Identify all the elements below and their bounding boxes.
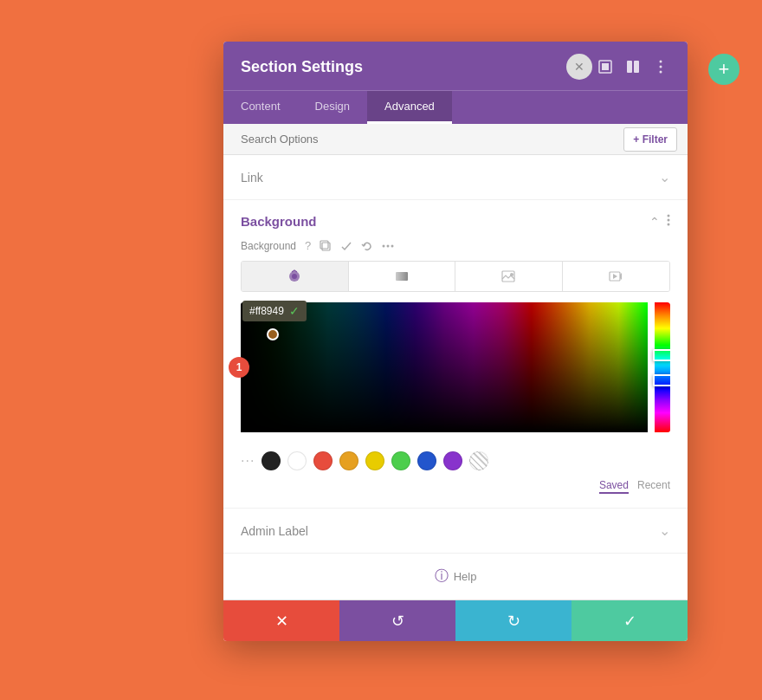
hue-thumb-lower[interactable] <box>653 374 670 386</box>
save-icon: ✓ <box>623 612 636 631</box>
undo-icon: ↺ <box>391 612 404 631</box>
collapse-icon[interactable]: ⌃ <box>649 215 660 229</box>
close-button[interactable]: ✕ <box>566 54 592 80</box>
swatch-purple[interactable] <box>443 451 462 470</box>
admin-label-text: Admin Label <box>241 524 308 538</box>
save-button[interactable]: ✓ <box>572 600 688 641</box>
svg-point-6 <box>660 71 662 74</box>
search-input[interactable] <box>234 124 623 154</box>
bg-type-image[interactable] <box>455 262 563 291</box>
admin-label-chevron-icon: ⌄ <box>659 522 670 539</box>
svg-rect-1 <box>602 63 609 70</box>
svg-point-5 <box>660 66 662 68</box>
columns-icon[interactable] <box>623 57 643 76</box>
background-section: Background ⌃ Background ? <box>223 200 688 509</box>
background-controls: Background ? <box>241 239 670 252</box>
tab-design[interactable]: Design <box>298 91 367 124</box>
background-more-icon[interactable] <box>667 214 670 229</box>
gradient-hue-slider[interactable] <box>655 302 670 432</box>
background-header-icons: ⌃ <box>649 214 670 229</box>
bg-type-color[interactable] <box>242 262 349 291</box>
help-row: ⓘ Help <box>223 554 688 600</box>
admin-label-section[interactable]: Admin Label ⌄ <box>223 509 688 554</box>
svg-point-12 <box>383 244 385 247</box>
help-text[interactable]: Help <box>454 570 477 583</box>
swatch-blue[interactable] <box>417 451 436 470</box>
link-chevron-icon: ⌄ <box>659 169 670 185</box>
swatch-yellow[interactable] <box>365 451 384 470</box>
swatch-white[interactable] <box>287 451 307 470</box>
undo-button[interactable]: ↺ <box>339 600 455 641</box>
hex-check-icon: ✓ <box>289 304 300 318</box>
bg-more-icon[interactable] <box>382 244 394 248</box>
swatches-row: ··· <box>241 444 670 474</box>
bg-copy-icon[interactable] <box>320 240 332 252</box>
svg-point-14 <box>391 244 394 247</box>
bg-type-gradient[interactable] <box>349 262 456 291</box>
swatch-orange[interactable] <box>339 451 358 470</box>
swatch-transparent[interactable] <box>469 451 488 470</box>
background-sublabel: Background <box>241 240 296 252</box>
color-gradient-canvas[interactable] <box>241 302 670 432</box>
link-label: Link <box>241 171 263 185</box>
background-header: Background ⌃ <box>241 214 670 229</box>
bg-type-video[interactable] <box>563 262 670 291</box>
svg-rect-18 <box>502 271 514 282</box>
svg-rect-17 <box>396 272 408 281</box>
swatch-red[interactable] <box>313 451 333 470</box>
hex-tooltip: #ff8949 ✓ <box>242 301 307 321</box>
svg-rect-2 <box>627 61 632 73</box>
gradient-main <box>241 302 648 432</box>
svg-marker-22 <box>613 274 617 279</box>
more-swatches-icon[interactable]: ··· <box>241 453 255 469</box>
color-selector-dot[interactable] <box>267 328 279 340</box>
svg-point-9 <box>668 224 670 226</box>
section-settings-modal: Section Settings <box>223 42 688 641</box>
tab-bar: Content Design Advanced <box>223 90 688 124</box>
recent-tab[interactable]: Recent <box>637 479 670 494</box>
cancel-button[interactable]: ✕ <box>223 600 339 641</box>
svg-rect-11 <box>320 241 328 249</box>
saved-recent-tabs: Saved Recent <box>241 479 670 494</box>
modal-title: Section Settings <box>241 58 363 90</box>
link-section[interactable]: Link ⌄ <box>223 155 688 200</box>
redo-button[interactable]: ↻ <box>455 600 572 641</box>
swatch-black[interactable] <box>262 451 281 470</box>
modal-footer: ✕ ↺ ↻ ✓ <box>223 600 688 641</box>
svg-point-13 <box>387 244 390 247</box>
add-button[interactable]: + <box>708 54 739 85</box>
saved-tab[interactable]: Saved <box>599 479 629 494</box>
svg-point-19 <box>510 273 513 276</box>
bg-help-icon[interactable]: ? <box>305 239 311 252</box>
svg-point-8 <box>668 219 670 222</box>
svg-rect-10 <box>322 243 330 250</box>
search-bar: + Filter <box>223 124 688 155</box>
cancel-icon: ✕ <box>275 612 288 631</box>
svg-point-7 <box>668 215 670 217</box>
background-title: Background <box>241 214 317 229</box>
bg-target-icon[interactable] <box>340 240 352 252</box>
bg-reset-icon[interactable] <box>361 240 373 252</box>
svg-point-4 <box>660 61 662 63</box>
color-picker: 1 #ff8949 ✓ <box>241 302 670 432</box>
hex-value: #ff8949 <box>249 305 284 317</box>
swatch-green[interactable] <box>391 451 410 470</box>
modal-header: Section Settings <box>223 42 688 90</box>
tab-content[interactable]: Content <box>223 91 298 124</box>
background-type-tabs <box>241 261 670 292</box>
svg-rect-3 <box>634 61 639 73</box>
header-icons <box>596 57 670 90</box>
svg-point-16 <box>292 274 297 279</box>
hue-thumb-upper[interactable] <box>653 349 670 361</box>
help-circle-icon: ⓘ <box>435 567 449 586</box>
tab-advanced[interactable]: Advanced <box>367 91 452 124</box>
redo-icon: ↻ <box>507 612 520 631</box>
resize-icon[interactable] <box>596 57 615 76</box>
filter-button[interactable]: + Filter <box>623 127 677 152</box>
modal-content: Link ⌄ Background ⌃ <box>223 155 688 600</box>
more-options-icon[interactable] <box>651 57 670 76</box>
number-badge: 1 <box>229 357 249 378</box>
